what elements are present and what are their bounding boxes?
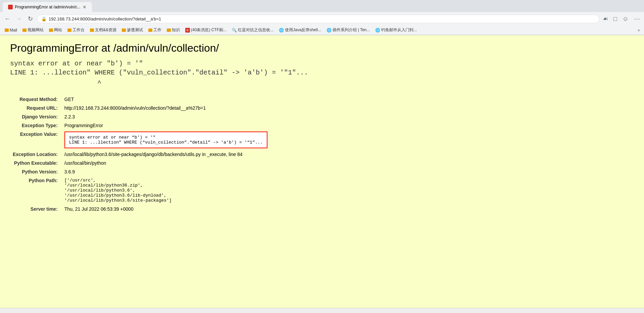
bookmark-knowledge[interactable]: 知识 <box>165 27 182 34</box>
bookmark-label: 网站 <box>54 27 62 33</box>
field-value: /usr/local/lib/python3.6/site-packages/d… <box>62 150 270 159</box>
field-value: ProgrammingError <box>62 121 270 130</box>
more-icon[interactable]: ⋯ <box>633 14 641 24</box>
exception-value-line2: LINE 1: ...llection” WHERE (“vuln_collec… <box>69 140 263 145</box>
window-icon[interactable]: □ <box>612 14 618 24</box>
python-path-item: '/usr/local/lib/python36.zip', <box>64 183 267 188</box>
table-row: Django Version: 2.2.3 <box>10 112 270 121</box>
profile-icon[interactable]: ☺ <box>621 14 630 24</box>
error-caret: ^ <box>10 79 634 87</box>
site-icon: 🌐 <box>375 28 380 33</box>
page-content: ProgrammingError at /admin/vuln/collecti… <box>0 35 644 308</box>
site-icon: 🌐 <box>279 28 284 33</box>
ctf-icon: C <box>185 28 190 33</box>
table-row: Python Version: 3.6.9 <box>10 167 270 176</box>
nav-bar: ← → ↻ 🔒 192.168.73.244:8000/admin/vuln/c… <box>0 12 644 25</box>
field-label: Python Version: <box>10 167 62 176</box>
bookmark-video[interactable]: 视频网站 <box>20 27 46 34</box>
bookmark-label: 渗透测试 <box>127 27 143 33</box>
traceback-section: Traceback Switch to copy-and-paste view … <box>0 308 644 313</box>
info-table: Request Method: GET Request URL: http://… <box>10 95 270 213</box>
field-label: Python Path: <box>10 176 62 205</box>
table-row: Server time: Thu, 21 Jul 2022 06:53:39 +… <box>10 205 270 213</box>
tab-bar: ProgrammingError at /admin/vuln/c... ✕ <box>0 0 644 12</box>
field-value: 3.6.9 <box>62 167 270 176</box>
url-text: 192.168.73.244:8000/admin/vuln/collectio… <box>49 16 595 21</box>
python-path-row: Python Path: ['/usr/src','/usr/local/lib… <box>10 176 270 205</box>
bookmark-website[interactable]: 网站 <box>47 27 64 34</box>
folder-icon <box>148 29 152 32</box>
bookmark-docs[interactable]: 文档&&资源 <box>88 27 118 34</box>
folder-icon <box>49 29 53 32</box>
reload-button[interactable]: ↻ <box>26 14 35 23</box>
table-row: Exception Type: ProgrammingError <box>10 121 270 130</box>
folder-icon <box>22 29 27 32</box>
address-bar[interactable]: 🔒 192.168.73.244:8000/admin/vuln/collect… <box>37 15 599 23</box>
field-label: Exception Value: <box>10 130 62 150</box>
forward-button[interactable]: → <box>14 14 23 23</box>
bookmark-label: 知识 <box>172 27 180 33</box>
table-row: Request URL: http://192.168.73.244:8000/… <box>10 104 270 112</box>
exception-value-line1: syntax error at or near “b') = '" <box>69 135 263 140</box>
bookmark-mail[interactable]: Mail <box>3 27 19 33</box>
bookmark-ctf[interactable]: C (40条消息) CTF刷... <box>183 27 229 34</box>
site-icon: 🔍 <box>232 28 237 33</box>
active-tab[interactable]: ProgrammingError at /admin/vuln/c... ✕ <box>3 2 92 12</box>
exception-value-row: Exception Value: syntax error at or near… <box>10 130 270 150</box>
folder-icon <box>167 29 171 32</box>
site-icon: 🌐 <box>327 28 332 33</box>
bookmark-label: 工作台 <box>72 27 85 33</box>
extensions-icon[interactable]: ☙ <box>601 14 609 24</box>
bookmark-phishing[interactable]: 🌐 钓鱼邮件从入门到... <box>373 27 419 34</box>
field-value: GET <box>62 95 270 104</box>
exception-value-box: syntax error at or near “b') = '" LINE 1… <box>64 132 267 148</box>
bookmark-label: 钓鱼邮件从入门到... <box>381 27 417 33</box>
table-row: Request Method: GET <box>10 95 270 104</box>
bookmark-work[interactable]: 工作 <box>146 27 163 34</box>
field-value: 2.2.3 <box>62 112 270 121</box>
field-value: /usr/local/bin/python <box>62 159 270 167</box>
field-label: Server time: <box>10 205 62 213</box>
bookmark-redblue[interactable]: 🔍 红蓝对抗之信息收... <box>230 27 276 34</box>
bookmark-label: 视频网站 <box>28 27 44 33</box>
more-bookmarks-button[interactable]: » <box>636 27 641 33</box>
field-label: Django Version: <box>10 112 62 121</box>
folder-icon <box>5 29 9 32</box>
tab-favicon <box>8 5 13 9</box>
field-label: Exception Location: <box>10 150 62 159</box>
folder-icon <box>67 29 71 32</box>
python-path-item: '/usr/local/lib/python3.6/site-packages'… <box>64 198 267 203</box>
bookmark-plugin[interactable]: 🌐 插件系列介绍 | Ten... <box>325 27 372 34</box>
bookmark-label: 使用Java反弹shell... <box>285 27 321 33</box>
python-path-item: '/usr/local/lib/python3.6', <box>64 188 267 193</box>
field-label: Request URL: <box>10 104 62 112</box>
field-label: Request Method: <box>10 95 62 104</box>
python-path-item: '/usr/local/lib/python3.6/lib-dynload', <box>64 193 267 198</box>
error-subtitle: syntax error at or near "b') = '" <box>10 60 634 67</box>
bookmark-pentest[interactable]: 渗透测试 <box>120 27 145 34</box>
bookmark-label: 插件系列介绍 | Ten... <box>333 27 370 33</box>
python-path-container: ['/usr/src','/usr/local/lib/python36.zip… <box>64 178 267 203</box>
bookmark-java[interactable]: 🌐 使用Java反弹shell... <box>277 27 323 34</box>
tab-close-icon[interactable]: ✕ <box>83 4 87 10</box>
table-row: Exception Location: /usr/local/lib/pytho… <box>10 150 270 159</box>
bookmark-workbench[interactable]: 工作台 <box>65 27 87 34</box>
field-value: http://192.168.73.244:8000/admin/vuln/co… <box>62 104 270 112</box>
bookmark-label: Mail <box>10 28 17 33</box>
folder-icon <box>90 29 94 32</box>
tab-title: ProgrammingError at /admin/vuln/c... <box>15 5 81 9</box>
error-line: LINE 1: ...llection" WHERE ("vuln_collec… <box>10 69 634 76</box>
exception-value-cell: syntax error at or near “b') = '" LINE 1… <box>62 130 270 150</box>
field-value: Thu, 21 Jul 2022 06:53:39 +0000 <box>62 205 270 213</box>
page-title: ProgrammingError at /admin/vuln/collecti… <box>10 42 634 54</box>
table-row: Python Executable: /usr/local/bin/python <box>10 159 270 167</box>
field-label: Exception Type: <box>10 121 62 130</box>
bookmarks-bar: Mail 视频网站 网站 工作台 文档&&资源 渗透测试 工作 知识 <box>0 25 644 35</box>
nav-icons: ☙ □ ☺ ⋯ <box>601 14 641 24</box>
bookmark-label: 工作 <box>153 27 161 33</box>
bookmark-label: 文档&&资源 <box>95 27 116 33</box>
back-button[interactable]: ← <box>3 14 12 23</box>
python-path-item: ['/usr/src', <box>64 178 267 183</box>
lock-icon: 🔒 <box>41 16 47 21</box>
bookmark-label: (40条消息) CTF刷... <box>191 27 227 33</box>
